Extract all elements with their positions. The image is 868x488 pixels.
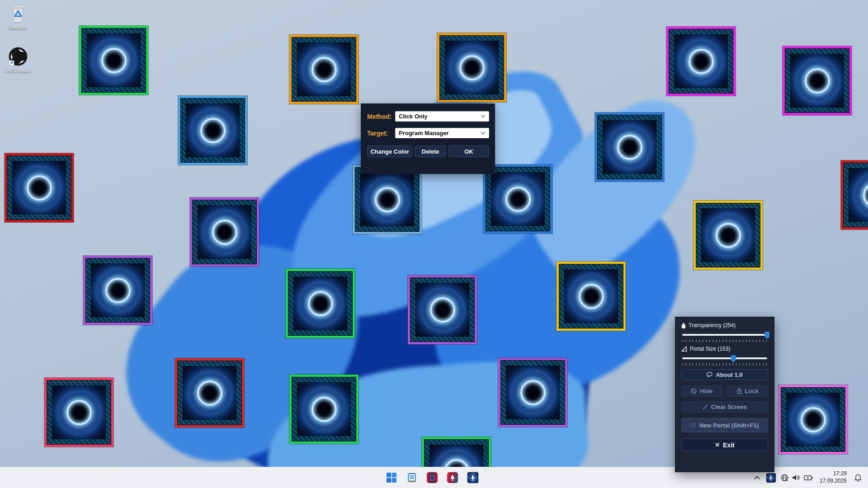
bell-icon [854, 474, 862, 482]
delete-button[interactable]: Delete [415, 145, 446, 157]
taskbar-app-portal[interactable] [467, 471, 479, 484]
portal[interactable] [44, 378, 113, 447]
portal-ring [520, 380, 546, 405]
ok-button[interactable]: OK [448, 145, 489, 157]
desktop-icon-obs-studio[interactable]: OBS Studio [0, 47, 36, 73]
portal-ring [801, 407, 826, 432]
portal[interactable] [666, 27, 736, 96]
slider-thumb[interactable] [764, 332, 769, 339]
portal[interactable] [175, 358, 244, 427]
hide-slash-circle-icon [691, 388, 697, 394]
portal[interactable] [286, 269, 355, 338]
clock-time: 17:29 [833, 470, 847, 478]
transparency-label-row: Transparency (254) [681, 322, 768, 328]
portal[interactable] [498, 358, 567, 427]
hide-label: Hide [700, 388, 712, 394]
transparency-slider[interactable] [682, 332, 767, 342]
portal-ring [459, 55, 485, 80]
target-label: Target: [367, 130, 395, 137]
clear-screen-button[interactable]: Clear Screen [681, 401, 768, 413]
portal-ring [689, 49, 714, 74]
target-row: Target: Program Manager [367, 128, 489, 138]
transparency-label: Transparency (254) [689, 322, 736, 328]
portal-tray-icon[interactable] [766, 473, 776, 483]
portal[interactable] [79, 26, 148, 95]
tray-clock[interactable]: 17:29 17.09.2025 [820, 470, 847, 484]
portal[interactable] [595, 113, 664, 182]
portal[interactable] [289, 35, 359, 104]
speech-bubble-icon [707, 372, 712, 377]
exit-label: Exit [723, 441, 735, 449]
target-value: Program Manager [399, 130, 449, 136]
taskbar-app-portal-doc[interactable] [426, 471, 439, 484]
portal[interactable] [190, 197, 259, 267]
lock-button[interactable]: Lock [727, 385, 769, 397]
tray-icon-group[interactable] [780, 474, 814, 482]
new-portal-label: New Portal (Shift+F1) [699, 422, 759, 429]
portal-app-icon [467, 472, 478, 483]
portal-ring [212, 220, 237, 245]
portal-size-label: Portal Size (153) [690, 346, 730, 352]
cursor-arrow-icon [449, 474, 456, 482]
close-x-icon: ✕ [715, 441, 720, 448]
portal[interactable] [841, 160, 868, 230]
exit-button[interactable]: ✕ Exit [681, 438, 768, 451]
pencil-icon [703, 404, 708, 410]
portal[interactable] [483, 164, 552, 234]
chevron-up-icon [754, 476, 760, 479]
portal[interactable] [557, 262, 626, 331]
portal-ring [200, 118, 226, 143]
portal[interactable] [5, 153, 74, 222]
ruler-icon [681, 346, 687, 352]
portal-ring [505, 187, 531, 212]
volume-icon [792, 474, 800, 481]
droplet-icon [681, 323, 686, 328]
portal-ring [311, 397, 337, 422]
about-label: About 1.0 [716, 371, 742, 378]
start-button[interactable] [385, 471, 398, 484]
portal[interactable] [693, 201, 763, 270]
portal-ring [311, 57, 337, 82]
hidden-icons-chevron[interactable] [752, 471, 762, 484]
desktop-icon-label: Recycle [9, 25, 27, 30]
portal[interactable] [783, 46, 852, 115]
obs-studio-icon [8, 47, 28, 66]
taskbar-app-notepad[interactable] [406, 471, 418, 484]
slider-thumb[interactable] [731, 355, 736, 362]
portal[interactable] [289, 375, 359, 444]
portal-ring [716, 223, 741, 248]
method-label: Method: [367, 113, 395, 120]
portal[interactable] [178, 96, 247, 165]
target-dropdown[interactable]: Program Manager [395, 128, 489, 138]
portal-ring [805, 68, 830, 94]
slider-ticks [683, 340, 767, 342]
slider-track [682, 357, 767, 359]
clock-date: 17.09.2025 [820, 478, 847, 485]
taskbar-app-cursor[interactable] [446, 471, 459, 484]
portal-ring [579, 284, 604, 309]
change-color-button[interactable]: Change Color [367, 145, 412, 157]
dialog-buttons: Change Color Delete OK [367, 145, 489, 157]
portal-size-slider[interactable] [682, 355, 767, 365]
chevron-down-icon [481, 131, 486, 135]
portal[interactable] [778, 385, 848, 454]
portal-settings-dialog: Method: Click Only Target: Program Manag… [361, 103, 495, 174]
portal[interactable] [408, 275, 477, 344]
hide-button[interactable]: Hide [681, 385, 722, 397]
notepad-icon [407, 472, 417, 483]
network-offline-icon [781, 474, 788, 482]
new-portal-button[interactable]: New Portal (Shift+F1) [681, 418, 768, 432]
notifications-button[interactable] [853, 471, 863, 484]
windows-logo-icon [387, 473, 396, 483]
method-value: Click Only [399, 113, 428, 120]
chevron-down-icon [481, 115, 486, 118]
about-button[interactable]: About 1.0 [681, 369, 768, 380]
portal[interactable] [437, 33, 506, 102]
portal[interactable] [83, 256, 152, 325]
slider-ticks [683, 363, 767, 366]
cursor-app-icon [447, 472, 458, 483]
method-dropdown[interactable]: Click Only [395, 111, 489, 122]
portal[interactable] [353, 165, 422, 234]
hide-lock-row: Hide Lock [681, 385, 768, 397]
desktop-icon-recycle-bin[interactable]: Recycle [0, 4, 36, 30]
